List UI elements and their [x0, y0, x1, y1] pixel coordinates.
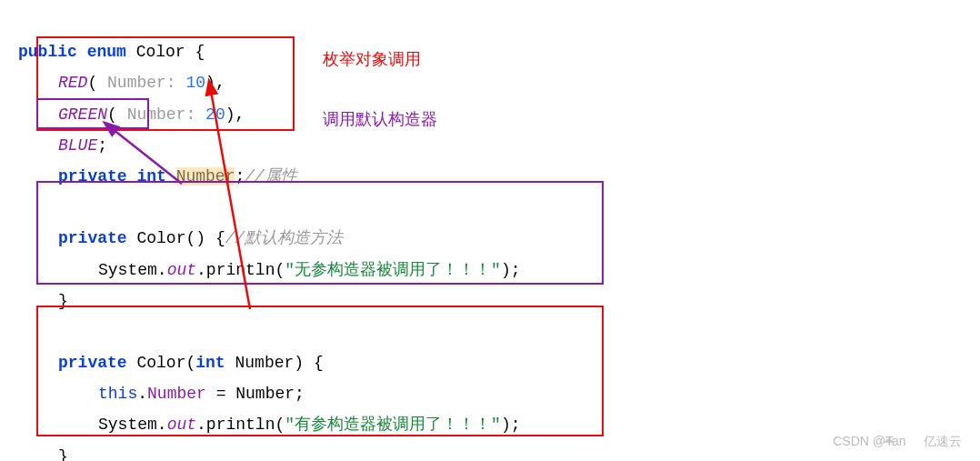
kw-private: private [58, 354, 127, 372]
num-20: 20 [205, 105, 225, 124]
kw-private: private [58, 167, 127, 185]
str-ctor1: "有参构造器被调用了！！！" [285, 416, 501, 434]
brace-close: } [58, 447, 68, 461]
comment-field: //属性 [245, 167, 297, 185]
brace-open: { [195, 43, 205, 61]
str-ctor0: "无参构造器被调用了！！！" [285, 261, 501, 279]
paren-open: ( [185, 354, 195, 372]
paren-close: ) [195, 229, 205, 247]
kw-int: int [195, 354, 225, 372]
enum-const-green: GREEN [58, 105, 107, 124]
class-name: Color [136, 43, 185, 61]
system: System [98, 416, 157, 434]
kw-private: private [58, 229, 127, 247]
assign-rhs: Number [235, 385, 295, 403]
paren-open: ( [87, 74, 97, 92]
kw-this: this [98, 385, 137, 403]
paren-close: ) [225, 105, 235, 124]
brace-open: { [215, 229, 225, 247]
num-10: 10 [185, 74, 205, 92]
kw-int: int [136, 167, 165, 185]
kw-enum: enum [87, 43, 126, 61]
out: out [167, 416, 196, 434]
println: println [206, 416, 275, 434]
enum-const-red: RED [58, 74, 87, 92]
annotation-default-ctor: 调用默认构造器 [323, 104, 437, 135]
hint-label: Number: [127, 105, 196, 124]
annotation-enum-call: 枚举对象调用 [323, 44, 421, 75]
comment-ctor0: //默认构造方法 [225, 229, 344, 247]
paren-open: ( [107, 105, 117, 124]
paren-open: ( [185, 229, 195, 247]
semicolon: ; [235, 167, 245, 185]
system: System [98, 261, 157, 279]
paren-close: ) [205, 74, 215, 92]
enum-const-blue: BLUE [58, 136, 97, 155]
comma: , [215, 74, 225, 92]
brace-open: { [314, 354, 324, 372]
watermark-yisu: 亿速云 [924, 434, 962, 448]
comma: , [235, 105, 245, 124]
code-block: public enum Color { RED( Number: 10), GR… [18, 5, 962, 461]
field-name: Number [176, 167, 235, 185]
hint-label: Number: [107, 74, 176, 92]
ctor1-name: Color [136, 354, 185, 372]
semicolon: ; [97, 136, 107, 155]
watermark: CSDN @Tan 亿速云 [833, 429, 962, 454]
kw-public: public [18, 43, 77, 61]
ctor0-name: Color [136, 229, 185, 247]
param-name: Number [235, 354, 294, 372]
out: out [167, 261, 196, 279]
paren-close: ) [294, 354, 304, 372]
watermark-csdn: CSDN @Tan [833, 434, 905, 448]
brace-close: } [58, 292, 68, 310]
assign-field: Number [147, 385, 206, 403]
println: println [206, 261, 275, 279]
